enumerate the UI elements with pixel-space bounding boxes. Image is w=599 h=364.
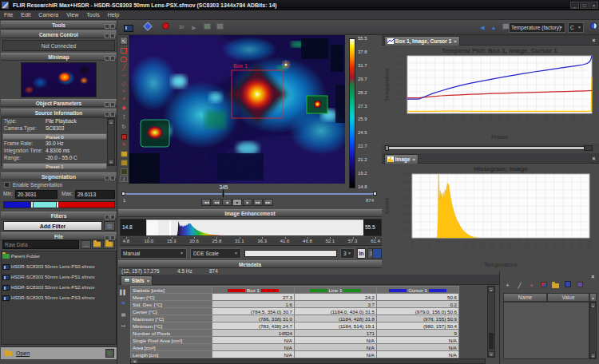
file-header[interactable]: File <box>1 232 117 240</box>
metadata-header[interactable]: Metadata <box>118 260 382 268</box>
paste-roi-icon[interactable] <box>121 160 128 166</box>
stats-horizontal-scrollbar[interactable]: ◀ <box>130 358 486 364</box>
export-annotation-icon[interactable] <box>574 281 585 290</box>
cursor-roi-tool-icon[interactable]: + <box>120 88 128 96</box>
enhancement-mode-select[interactable]: ▼Manual <box>120 248 187 259</box>
save-annotation-icon[interactable] <box>562 281 573 290</box>
save-roi-icon[interactable] <box>121 168 128 175</box>
enable-segmentation-checkbox[interactable] <box>4 182 10 188</box>
close-button[interactable]: × <box>589 2 598 9</box>
temporal-plot[interactable]: 7.916.224.632.941.249.557.866.174.804487… <box>383 46 597 142</box>
minimap-header[interactable]: Minimap <box>1 53 117 61</box>
last-frame-button[interactable]: ▶▶| <box>264 199 273 206</box>
menu-edit[interactable]: Edit <box>17 10 34 20</box>
delete-all-roi-icon[interactable]: × <box>120 140 128 148</box>
stats-vertical-scrollbar[interactable]: ▲▼ <box>487 286 495 358</box>
segmentation-header[interactable]: Segmentation <box>1 172 117 180</box>
rewind-button[interactable]: ◀◀ <box>212 199 221 206</box>
histogram-panel-close-icon[interactable]: × <box>590 155 597 162</box>
link-stats-icon[interactable]: ↦ <box>119 322 128 330</box>
curve-roi-tool-icon[interactable]: ~ <box>120 72 128 80</box>
menu-view[interactable]: View <box>62 10 82 20</box>
temporal-scrollbar-track[interactable] <box>385 146 593 150</box>
source-information-header[interactable]: Source Information <box>1 109 117 117</box>
annotations-list[interactable] <box>503 302 589 359</box>
histogram-tab-close-icon[interactable]: × <box>411 157 416 162</box>
file-item[interactable]: HSDR-SC8303 50mm Lens-PS3.sfmov <box>2 294 106 303</box>
stats-col-cursor-1[interactable]: Cursor 1 <box>377 287 459 294</box>
filter-options-button[interactable]: ◫ <box>104 221 115 231</box>
open-link[interactable]: Open <box>16 350 30 356</box>
histogram-tab[interactable]: Image× <box>384 154 419 164</box>
frame-slider-end-cap[interactable] <box>373 192 377 196</box>
minimap-image[interactable] <box>21 62 97 97</box>
export-stats-icon[interactable]: ▤ <box>119 311 128 318</box>
minimize-button[interactable]: _ <box>570 2 579 9</box>
ellipse-roi-tool-icon[interactable] <box>121 57 127 62</box>
thermal-image-viewport[interactable]: Box 1 <box>129 35 345 184</box>
temporal-panel-close-icon[interactable]: × <box>590 37 597 44</box>
add-filter-button[interactable]: Add Filter <box>3 221 102 231</box>
camera-control-header[interactable]: Camera Control <box>1 30 117 38</box>
frame-slider-start-cap[interactable] <box>121 192 125 196</box>
annotations-scrollbar[interactable]: ▲▼ <box>589 302 597 359</box>
info-icon[interactable] <box>588 22 599 33</box>
diamond-roi-tool-icon[interactable]: ◆ <box>120 104 128 112</box>
dde-spinner[interactable]: ▼3 <box>340 248 355 259</box>
polygon-roi-tool-icon[interactable]: ◇ <box>120 80 128 88</box>
file-item[interactable]: HSDR-SC8303 50mm Lens-PS0.sfmov <box>2 263 106 271</box>
step-back-button[interactable]: ◀ <box>222 199 232 206</box>
frame-slider-handle[interactable] <box>222 189 224 198</box>
temporal-scrollbar-handle[interactable] <box>584 145 593 151</box>
menu-file[interactable]: File <box>0 10 17 20</box>
stats-tab[interactable]: Stats× <box>121 275 153 285</box>
pointer-tool-icon[interactable]: ↖ <box>120 37 128 45</box>
flip-vertical-icon[interactable]: ▲ <box>488 22 499 33</box>
preset0-bar[interactable]: Preset 0 <box>2 133 107 140</box>
segmentation-max-input[interactable]: 29.6113 <box>75 190 115 199</box>
fast-forward-button[interactable]: ▶▶ <box>253 199 263 206</box>
source-info-scrollbar[interactable]: ▲▼ <box>107 118 115 165</box>
menu-tools[interactable]: Tools <box>82 10 103 20</box>
folder-up-button[interactable] <box>103 240 115 249</box>
temporal-tab[interactable]: Box 1, Image, Cursor 1× <box>384 36 460 46</box>
frame-slider-track[interactable] <box>123 193 377 195</box>
record-icon[interactable] <box>160 22 171 33</box>
menu-help[interactable]: Help <box>104 10 123 20</box>
stats-col-statistic[interactable]: Statistic [units] <box>131 287 212 294</box>
line-roi-tool-icon[interactable]: ╱ <box>120 64 128 72</box>
add-annotation-icon[interactable]: + <box>502 281 513 290</box>
calibration-icon[interactable] <box>142 22 153 33</box>
delete-roi-icon[interactable] <box>121 134 127 140</box>
enhancement-scale-select[interactable]: ▼DDE Scale <box>190 248 241 259</box>
units-select[interactable]: ▼C <box>568 22 584 33</box>
enhancement-max-value[interactable]: 55.5 <box>363 220 381 235</box>
annotation-name-header[interactable]: Name <box>503 293 547 302</box>
dde-gain-slider[interactable] <box>244 250 337 257</box>
palette-select[interactable]: ▼Temperature (factory) <box>509 22 565 33</box>
stats-col-line-1[interactable]: Line 1 <box>295 287 377 294</box>
segmentation-colorbar[interactable] <box>3 201 115 208</box>
tools-panel-header[interactable]: Tools <box>1 21 117 29</box>
filters-header[interactable]: Filters <box>1 212 117 220</box>
movie-icon[interactable] <box>123 22 134 33</box>
file-filter-input[interactable]: Raw Data <box>2 240 79 249</box>
linear-scale-button[interactable]: ln <box>357 248 366 259</box>
move-roi-icon[interactable]: ⤴ <box>120 113 128 121</box>
temporal-scrollbar-left-cap[interactable] <box>385 145 389 151</box>
new-folder-button[interactable] <box>92 240 102 249</box>
segmentation-handle-low[interactable] <box>30 201 34 208</box>
import-annotation-icon[interactable] <box>538 281 549 290</box>
delete-annotation-icon[interactable]: × <box>526 281 537 290</box>
annotation-scroll-up-icon[interactable]: ▲ <box>589 293 597 302</box>
info-tool-icon[interactable]: i <box>120 176 128 182</box>
temporal-tab-close-icon[interactable]: × <box>451 39 457 44</box>
flip-horizontal-icon[interactable]: ◀ <box>477 22 488 33</box>
browse-button[interactable]: … <box>81 240 91 249</box>
rotate-roi-icon[interactable]: ↻ <box>120 123 128 131</box>
file-item[interactable]: HSDR-SC8303 50mm Lens-PS1.sfmov <box>2 273 106 282</box>
stop-button[interactable]: ■ <box>232 199 242 206</box>
maximize-button[interactable]: □ <box>580 2 589 9</box>
segmentation-min-input[interactable]: 20.3031 <box>15 190 58 199</box>
edit-annotation-icon[interactable]: ╱ <box>514 281 525 290</box>
